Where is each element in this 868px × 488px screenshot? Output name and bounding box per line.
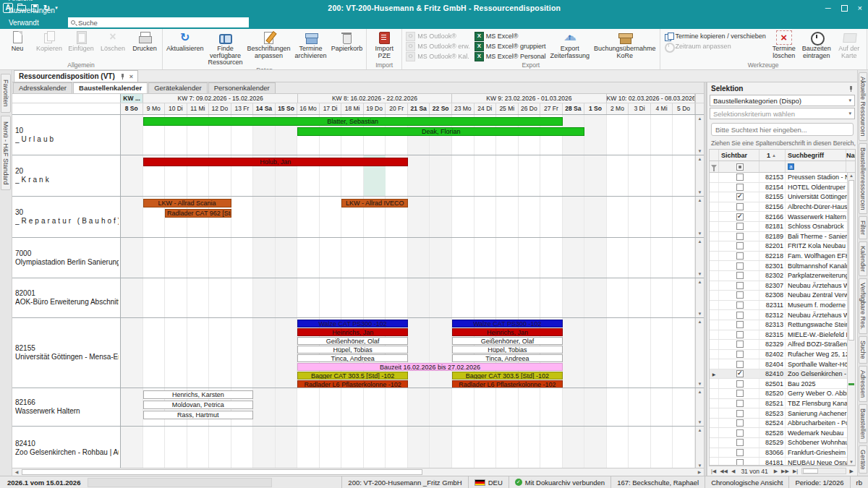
sidebar-tab-menue[interactable]: Menü - H&F Standard (1, 116, 11, 191)
sichtbar-checkbox[interactable] (736, 193, 744, 200)
gantt-bar[interactable]: Heinrichs, Jan (297, 328, 408, 336)
week-header[interactable]: KW ... (121, 94, 143, 103)
sichtbar-checkbox[interactable] (736, 223, 744, 230)
scroll-up-icon[interactable]: ▲ (696, 197, 704, 203)
row-scrollbar[interactable]: ▲ ▼ (695, 427, 704, 468)
table-row[interactable]: 82523 Sanierung Aachener TIVOLI... (710, 408, 847, 419)
table-row[interactable]: 82154 HOTEL Oldentruper Hof - N... (710, 183, 847, 193)
einfuegen-button[interactable]: Einfügen (65, 29, 97, 53)
table-row[interactable]: 82312 Neubau Ärztehaus Wohnge... (710, 310, 847, 320)
day-header[interactable]: 21 Sa (408, 103, 430, 114)
prev-record-button[interactable]: ◀ (731, 468, 735, 474)
sichtbar-checkbox[interactable] (736, 341, 744, 348)
ms-excel-personal-button[interactable]: MS Excel® Personal (472, 51, 548, 61)
day-header[interactable]: 9 Mo (143, 103, 166, 114)
suchbegriff-column-header[interactable]: Suchbegriff (786, 150, 846, 160)
gantt-bar[interactable]: Holub, Jan (143, 158, 408, 166)
sichtbar-checkbox[interactable] (736, 370, 744, 377)
sidebar-tab-favoriten[interactable]: Favoriten (1, 74, 11, 113)
scroll-up-icon[interactable]: ▲ (696, 239, 704, 244)
next-page-button[interactable]: ▶▶ (781, 468, 789, 474)
selektionskriterium-dropdown[interactable]: Selektionskriterium wählen ▾ (710, 108, 855, 119)
filter-abc-icon[interactable]: a (788, 163, 794, 170)
day-header[interactable]: 19 Do (364, 103, 386, 114)
gantt-bar[interactable]: Rass, Hartmut (143, 411, 254, 419)
table-row[interactable]: 82166 Wasserwerk Haltern (710, 212, 847, 222)
day-header[interactable]: 2 Mo (607, 103, 629, 114)
ms-outlook-erw-button[interactable]: MS Outlook® erw. (404, 41, 472, 51)
sichtbar-checkbox[interactable] (736, 400, 744, 407)
table-row[interactable]: 82155 Universität Göttingen - Men... (710, 192, 847, 202)
bauzeit-bar[interactable]: Bauzeit 16.02.2026 bis 27.02.2026 (297, 363, 562, 371)
scroll-up-icon[interactable]: ▲ (696, 156, 704, 162)
papierkorb-button[interactable]: Papierkorb (329, 29, 365, 53)
week-header[interactable]: KW 9: 23.02.2026 - 01.03.2026 (452, 94, 606, 103)
panel-tab-baustellen[interactable]: Baustellen (859, 404, 867, 443)
close-window-button[interactable]: × (858, 4, 862, 12)
row-scrollbar[interactable]: ▲ ▼ (695, 238, 704, 278)
sichtbar-checkbox[interactable] (736, 390, 744, 397)
sichtbar-checkbox[interactable] (736, 203, 744, 210)
ms-excel-button[interactable]: MS Excel® (472, 31, 548, 40)
project-label[interactable]: 30 _Reparatur (Bauhof) (12, 197, 121, 237)
gantt-bar[interactable]: Geißenhöner, Olaf (452, 337, 563, 345)
suchtext-input[interactable] (711, 123, 854, 136)
scrollbar-thumb[interactable] (848, 180, 854, 341)
row-scrollbar[interactable]: ▲ ▼ (695, 278, 704, 317)
day-header[interactable]: 22 So (430, 103, 452, 114)
day-header[interactable]: 12 Do (209, 103, 231, 114)
project-label[interactable]: 7000 Olympiastadion Berlin Sanierung (12, 238, 121, 278)
table-row[interactable]: 82329 Alfred BOZI-Straßenerneue... (710, 340, 847, 350)
table-row[interactable]: ▶ 82410 Zoo Gelsenkirchen - Rohba... (710, 369, 847, 380)
day-header[interactable]: 23 Mo (452, 103, 475, 114)
sichtbar-checkbox[interactable] (736, 459, 744, 465)
termine-archivieren-button[interactable]: Termine archivieren (293, 29, 329, 59)
gantt-bar[interactable]: Radlader L6 Pflasterkolonne -102 (452, 380, 563, 388)
tab-geraetekalender[interactable]: Gerätekalender (148, 82, 207, 93)
table-row[interactable]: 82156 Albrecht-Dürer-Haus Erweit... (710, 202, 847, 213)
drucken-button[interactable]: Drucken (129, 29, 161, 53)
save-icon[interactable] (31, 4, 38, 12)
scroll-down-icon[interactable]: ▼ (696, 463, 704, 468)
sichtbar-checkbox[interactable] (736, 361, 744, 368)
filter-icon[interactable] (711, 165, 717, 168)
prev-page-button[interactable]: ◀◀ (720, 468, 728, 474)
sichtbar-checkbox[interactable] (736, 252, 744, 260)
finde-ressourcen-button[interactable]: Finde verfügbare Ressourcen (206, 29, 245, 67)
next-record-button[interactable]: ▶ (774, 468, 778, 474)
table-row[interactable]: 82201 FRITZ Kola Neubau in Hamb... (710, 241, 847, 252)
day-header[interactable]: 18 Mi (341, 103, 364, 114)
row-scrollbar[interactable]: ▲ ▼ (695, 318, 704, 388)
pin-icon[interactable] (848, 86, 854, 92)
pin-icon[interactable] (119, 74, 125, 80)
table-horizontal-scrollbar[interactable] (801, 468, 846, 474)
day-header[interactable]: 3 Di (629, 103, 651, 114)
table-row[interactable]: 82521 TBZ Flensburg Kanalsanieru... (710, 399, 847, 409)
row-scrollbar[interactable]: ▲ ▼ (695, 155, 704, 196)
day-header[interactable]: 16 Mo (297, 103, 320, 114)
day-header[interactable]: 20 Fr (386, 103, 408, 114)
scroll-down-icon[interactable]: ▼ (696, 271, 704, 277)
export-zeiterfassung-button[interactable]: Export Zeiterfassung (548, 29, 592, 59)
gantt-bar[interactable]: Bagger CAT 303.5 [Std] -102 (297, 372, 408, 380)
termine-loeschen-button[interactable]: Termine löschen (768, 29, 800, 59)
tab-adresskalender[interactable]: Adresskalender (13, 82, 72, 93)
table-row[interactable]: 82307 Neubau Ärztehaus Wohnge... (710, 281, 847, 291)
project-label[interactable]: 10 _Urlaub (12, 115, 121, 155)
kopieren-button[interactable]: Kopieren (33, 29, 65, 53)
neu-button[interactable]: Neu (1, 29, 33, 53)
table-row[interactable]: 82218 Fam. Wolfhagen EFH, Siedl... (710, 252, 847, 262)
scroll-down-icon[interactable]: ▼ (696, 231, 704, 236)
ribbon-search-box[interactable]: Suche (68, 17, 249, 27)
language-indicator[interactable]: DEU (468, 476, 509, 488)
sichtbar-checkbox[interactable] (736, 351, 744, 358)
gantt-bar[interactable]: Radlader L6 Pflasterkolonne -102 (297, 380, 408, 388)
table-row[interactable]: 82315 MIELE-W.-Bielefeld Erweitg... (710, 330, 847, 341)
scroll-down-icon[interactable]: ▼ (696, 189, 704, 195)
sichtbar-checkbox[interactable] (736, 410, 744, 417)
sichtbar-checkbox[interactable] (736, 419, 744, 427)
sichtbar-checkbox[interactable] (736, 321, 744, 328)
ms-outlook-kal-button[interactable]: MS Outlook® Kal. (404, 51, 472, 61)
panel-tab-filter[interactable]: Filter (859, 216, 867, 239)
table-row[interactable]: 82313 Rettungswache Steinhagen... (710, 320, 847, 330)
